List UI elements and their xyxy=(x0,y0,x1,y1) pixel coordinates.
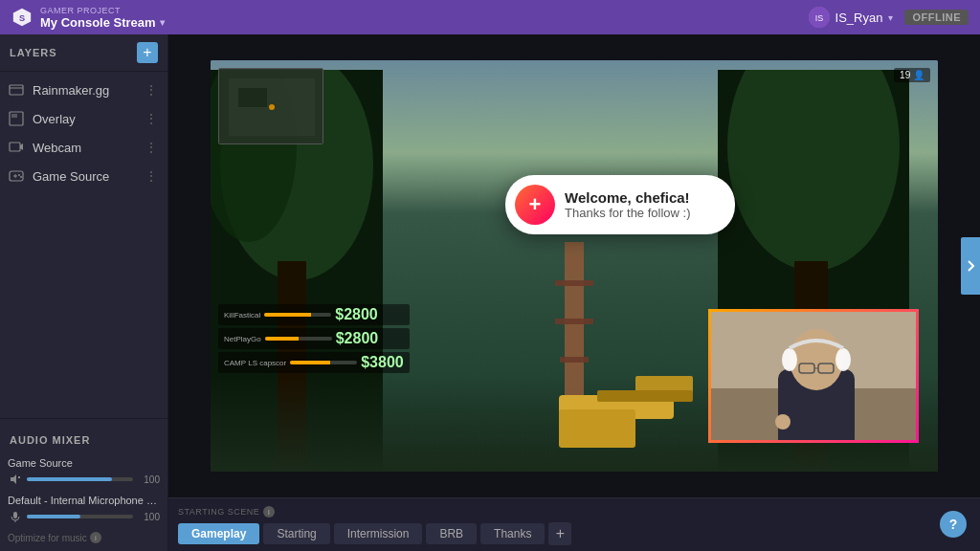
svg-rect-29 xyxy=(555,319,593,324)
notification-subtitle: Thanks for the follow :) xyxy=(565,206,691,220)
project-label: GAMER PROJECT xyxy=(40,6,165,15)
svg-rect-28 xyxy=(555,280,593,286)
avatar: IS xyxy=(809,7,830,28)
scene-tab-brb[interactable]: BRB xyxy=(426,523,477,544)
user-menu[interactable]: IS IS_Ryan ▾ xyxy=(809,7,894,28)
scenes-info-icon: i xyxy=(263,506,275,518)
layer-more-webcam[interactable]: ⋮ xyxy=(143,140,160,155)
app-logo: S xyxy=(11,7,33,28)
hud-player-count: 19 👤 xyxy=(894,68,930,82)
svg-point-43 xyxy=(782,348,797,371)
minimap xyxy=(218,68,323,144)
add-layer-button[interactable]: + xyxy=(137,42,158,63)
layer-item[interactable]: Game Source ⋮ xyxy=(0,162,167,190)
expand-panel-button[interactable] xyxy=(961,237,980,295)
mute-button-game[interactable] xyxy=(8,472,23,487)
audio-mixer: AUDIO MIXER Game Source 100 Default - In… xyxy=(0,418,167,551)
main-layout: LAYERS + Rainmaker.gg ⋮ Overlay ⋮ xyxy=(0,34,980,551)
svg-point-42 xyxy=(790,329,843,390)
layer-name-gamesource: Game Source xyxy=(33,169,143,184)
hud-overlay: KillFastical $2800 NetPlayGo $2800 CAMP … xyxy=(218,304,410,376)
layer-item[interactable]: Rainmaker.gg ⋮ xyxy=(0,76,167,104)
sidebar: LAYERS + Rainmaker.gg ⋮ Overlay ⋮ xyxy=(0,34,168,551)
topbar-right: IS IS_Ryan ▾ OFFLINE xyxy=(809,7,969,28)
layer-more-overlay[interactable]: ⋮ xyxy=(143,111,160,126)
audio-mixer-title: AUDIO MIXER xyxy=(10,434,90,446)
project-name[interactable]: My Console Stream ▾ xyxy=(40,15,165,30)
layer-icon-gamesource xyxy=(8,167,25,185)
svg-rect-18 xyxy=(13,512,17,518)
layers-title: LAYERS xyxy=(10,47,57,58)
svg-marker-15 xyxy=(11,474,16,484)
layer-icon-overlay xyxy=(8,110,25,127)
optimize-music-label: Optimize for music i xyxy=(0,528,167,547)
layer-icon-webcam xyxy=(8,139,25,156)
svg-text:S: S xyxy=(19,13,25,23)
svg-point-48 xyxy=(775,414,791,430)
notification-text: Welcome, chefica! Thanks for the follow … xyxy=(565,189,691,220)
svg-rect-34 xyxy=(597,390,693,402)
add-scene-button[interactable]: + xyxy=(548,522,571,545)
layer-more-gamesource[interactable]: ⋮ xyxy=(143,168,160,184)
svg-rect-8 xyxy=(10,143,20,151)
scene-tab-gameplay[interactable]: Gameplay xyxy=(178,523,259,544)
help-button[interactable]: ? xyxy=(940,511,967,538)
hud-kill-3: CAMP LS capscor $3800 xyxy=(218,352,410,373)
volume-fill-mic xyxy=(27,515,80,518)
optimize-info-icon: i xyxy=(90,532,101,543)
topbar-project: GAMER PROJECT My Console Stream ▾ xyxy=(40,6,165,30)
hud-kill-1: KillFastical $2800 xyxy=(218,304,410,325)
audio-mixer-header: AUDIO MIXER xyxy=(0,427,167,453)
audio-item-name-mic: Default - Internal Microphone (Bu... xyxy=(8,495,160,506)
volume-value-game: 100 xyxy=(137,474,160,485)
hud-kill-2: NetPlayGo $2800 xyxy=(218,328,410,349)
audio-item-mic: Default - Internal Microphone (Bu... 100 xyxy=(0,491,167,528)
audio-controls-mic: 100 xyxy=(8,509,160,524)
mute-button-mic[interactable] xyxy=(8,509,23,524)
center-content: KillFastical $2800 NetPlayGo $2800 CAMP … xyxy=(168,34,980,551)
layer-icon-rainmaker xyxy=(8,81,25,99)
scene-tab-thanks[interactable]: Thanks xyxy=(480,523,545,544)
layer-name-overlay: Overlay xyxy=(33,112,143,126)
user-dropdown-icon: ▾ xyxy=(888,12,893,23)
layer-more-rainmaker[interactable]: ⋮ xyxy=(143,82,160,98)
username-label: IS_Ryan xyxy=(835,11,883,25)
audio-controls-game: 100 xyxy=(8,472,160,487)
minimap-inner xyxy=(219,69,323,143)
notification-icon: + xyxy=(515,185,555,225)
svg-text:IS: IS xyxy=(814,13,823,23)
svg-point-13 xyxy=(18,174,20,176)
layer-item[interactable]: Overlay ⋮ xyxy=(0,104,167,133)
layer-name-rainmaker: Rainmaker.gg xyxy=(33,83,143,98)
project-dropdown-icon: ▾ xyxy=(160,17,165,28)
svg-point-37 xyxy=(269,104,275,110)
volume-slider-mic[interactable] xyxy=(27,515,133,518)
svg-rect-7 xyxy=(11,114,17,118)
svg-rect-4 xyxy=(10,85,23,95)
svg-rect-33 xyxy=(559,409,635,448)
scenes-list: Gameplay Starting Intermission BRB Thank… xyxy=(178,522,970,545)
audio-item-name-game: Game Source xyxy=(8,457,160,469)
scene-tab-intermission[interactable]: Intermission xyxy=(334,523,423,544)
webcam-person xyxy=(711,312,916,440)
svg-point-14 xyxy=(20,176,22,178)
layers-header: LAYERS + xyxy=(0,34,167,72)
user-avatar-icon: IS xyxy=(809,7,830,28)
layer-item[interactable]: Webcam ⋮ xyxy=(0,133,167,162)
topbar: S GAMER PROJECT My Console Stream ▾ IS I… xyxy=(0,0,980,34)
plus-icon: + xyxy=(529,194,542,215)
svg-rect-38 xyxy=(238,88,267,107)
game-weapon xyxy=(540,338,712,452)
scenes-label: STARTING SCENE i xyxy=(178,506,970,518)
scene-tab-starting[interactable]: Starting xyxy=(263,523,329,544)
scenes-panel: STARTING SCENE i Gameplay Starting Inter… xyxy=(168,497,980,551)
preview-area: KillFastical $2800 NetPlayGo $2800 CAMP … xyxy=(168,34,980,497)
volume-value-mic: 100 xyxy=(137,512,160,522)
follow-notification: + Welcome, chefica! Thanks for the follo… xyxy=(505,175,735,234)
volume-slider-game[interactable] xyxy=(27,477,133,481)
notification-title: Welcome, chefica! xyxy=(565,189,691,206)
layer-name-webcam: Webcam xyxy=(33,141,143,155)
status-badge: OFFLINE xyxy=(904,10,969,25)
audio-item-game-source: Game Source 100 xyxy=(0,453,167,491)
webcam-overlay xyxy=(708,309,919,443)
